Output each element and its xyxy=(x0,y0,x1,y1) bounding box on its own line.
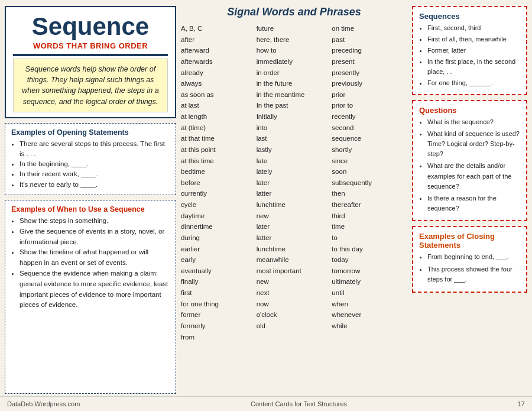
word-item: late xyxy=(257,156,330,167)
list-item: What kind of sequence is used? Time? Log… xyxy=(427,129,520,159)
word-item: tomorrow xyxy=(332,266,405,277)
word-item: second xyxy=(332,122,405,134)
blue-divider xyxy=(13,54,168,56)
word-item: after xyxy=(181,34,254,46)
word-item: new xyxy=(257,276,330,287)
list-item: This process showed the four steps for _… xyxy=(427,264,520,284)
word-item: ultimately xyxy=(332,276,405,287)
word-item: at length xyxy=(181,111,254,122)
list-item: What are the details and/or examples for… xyxy=(427,161,520,191)
right-column: Sequences First, second, third First of … xyxy=(412,6,527,394)
list-item: There are several steps to this process.… xyxy=(20,139,170,160)
word-item: next xyxy=(257,287,330,299)
sequences-box: Sequences First, second, third First of … xyxy=(412,6,527,95)
word-item: before xyxy=(181,177,254,189)
word-item: at (time) xyxy=(181,122,254,134)
word-item: third xyxy=(332,211,405,222)
word-item: here, there xyxy=(257,34,330,46)
word-item: future xyxy=(257,23,330,34)
list-item: Show the steps in something. xyxy=(20,216,170,226)
word-item: previously xyxy=(332,78,405,89)
main-content: Sequence Words That Bring Order Sequence… xyxy=(0,0,532,396)
word-item: bedtime xyxy=(181,166,254,177)
word-item: when xyxy=(332,299,405,310)
word-item: presently xyxy=(332,67,405,79)
list-item: Former, latter xyxy=(427,46,520,56)
word-item: at last xyxy=(181,100,254,111)
word-item: cycle xyxy=(181,199,254,211)
word-item: lately xyxy=(257,166,330,177)
closing-statements-box: Examples of Closing Statements From begi… xyxy=(412,226,527,293)
word-item: as soon as xyxy=(181,89,254,101)
sequences-title: Sequences xyxy=(419,12,520,21)
list-item: It's never to early to ____. xyxy=(20,180,170,190)
word-item: today xyxy=(332,254,405,266)
footer-right: 17 xyxy=(518,400,525,407)
list-item: Sequence the evidence when making a clai… xyxy=(20,268,170,310)
list-item: For one thing, ______. xyxy=(427,78,520,88)
word-item: meanwhile xyxy=(257,254,330,266)
left-column: Sequence Words That Bring Order Sequence… xyxy=(5,6,176,394)
word-item: daytime xyxy=(181,211,254,222)
words-column-1: A, B, C after afterward afterwards alrea… xyxy=(181,23,257,394)
word-item: on time xyxy=(332,23,405,34)
word-item: currently xyxy=(181,188,254,199)
questions-list: What is the sequence? What kind of seque… xyxy=(419,117,520,213)
word-item: shortly xyxy=(332,144,405,156)
footer-left: DataDeb.Wordpress.com xyxy=(7,400,80,407)
word-item: first xyxy=(181,287,254,299)
word-item: afterward xyxy=(181,45,254,56)
word-item: sequence xyxy=(332,133,405,144)
word-item: subsequently xyxy=(332,177,405,189)
word-item: at this time xyxy=(181,156,254,167)
word-item: finally xyxy=(181,276,254,287)
when-to-use-title: Examples of When to Use a Sequence xyxy=(11,205,170,213)
subtitle: Words That Bring Order xyxy=(13,41,168,50)
list-item: Is there a reason for the sequence? xyxy=(427,193,520,213)
word-item: whenever xyxy=(332,309,405,321)
list-item: Give the sequence of events in a story, … xyxy=(20,226,170,248)
words-grid: A, B, C after afterward afterwards alrea… xyxy=(181,23,407,394)
list-item: In the beginning, ____. xyxy=(20,159,170,169)
word-item: last xyxy=(257,133,330,144)
words-column-3: on time past preceding present presently… xyxy=(332,23,407,394)
word-item: time xyxy=(332,221,405,232)
word-item: Initially xyxy=(257,111,330,122)
opening-statements-list: There are several steps to this process.… xyxy=(11,139,170,190)
word-item: present xyxy=(332,56,405,67)
word-item: former xyxy=(181,309,254,321)
list-item: What is the sequence? xyxy=(427,117,520,127)
word-item: in the meantime xyxy=(257,89,330,101)
word-item: while xyxy=(332,321,405,332)
when-to-use-list: Show the steps in something. Give the se… xyxy=(11,216,170,310)
list-item: First of all, then, meanwhile xyxy=(427,34,520,44)
word-item: formerly xyxy=(181,321,254,332)
words-column-2: future here, there how to immediately in… xyxy=(257,23,332,394)
main-title: Sequence xyxy=(13,13,168,40)
word-item: lunchtime xyxy=(257,199,330,211)
footer-center: Content Cards for Text Structures xyxy=(251,400,347,407)
word-item: afterwards xyxy=(181,56,254,67)
word-item: later xyxy=(257,221,330,232)
word-item: prior xyxy=(332,89,405,101)
word-item: to xyxy=(332,232,405,244)
closing-statements-title: Examples of Closing Statements xyxy=(419,232,520,250)
word-item: early xyxy=(181,254,254,266)
word-item: always xyxy=(181,78,254,89)
word-item: from xyxy=(181,332,254,343)
word-item: then xyxy=(332,188,405,199)
intro-text: Sequence words help show the order of th… xyxy=(13,59,168,112)
word-item: recently xyxy=(332,111,405,122)
signal-words-title: Signal Words and Phrases xyxy=(181,6,407,18)
questions-title: Questions xyxy=(419,106,520,115)
word-item: to this day xyxy=(332,244,405,255)
word-item: at this point xyxy=(181,144,254,156)
word-item: in the future xyxy=(257,78,330,89)
list-item: From beginning to end, ___. xyxy=(427,252,520,262)
word-item: lunchtime xyxy=(257,244,330,255)
word-item: A, B, C xyxy=(181,23,254,34)
word-item: past xyxy=(332,34,405,46)
word-item: in order xyxy=(257,67,330,79)
middle-column: Signal Words and Phrases A, B, C after a… xyxy=(181,6,407,394)
word-item: o'clock xyxy=(257,309,330,321)
